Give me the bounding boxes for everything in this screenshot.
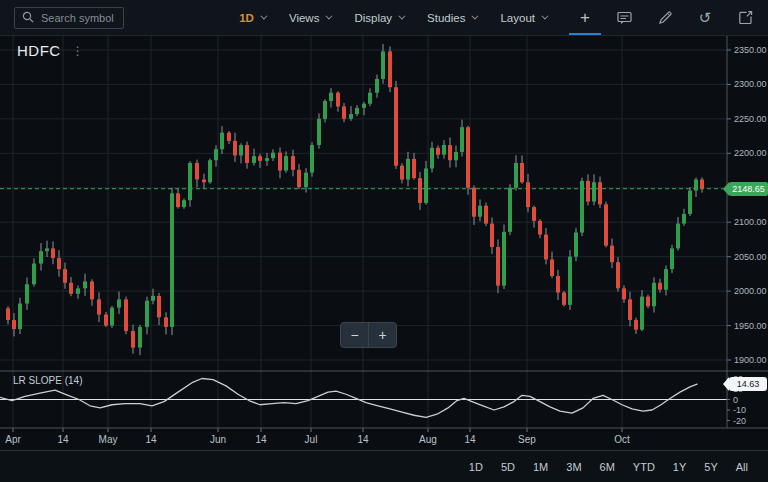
range-switcher: 1D 5D 1M 3M 6M YTD 1Y 5Y All — [0, 450, 768, 482]
svg-text:Aug: Aug — [419, 434, 437, 445]
svg-text:Sep: Sep — [518, 434, 536, 445]
indicator-label[interactable]: LR SLOPE (14) — [13, 375, 82, 386]
axis-layer[interactable]: Apr14May14Jun14Jul14Aug14SepOct2350.0023… — [0, 36, 768, 445]
price-chart-canvas[interactable]: Apr14May14Jun14Jul14Aug14SepOct2350.0023… — [0, 36, 768, 450]
svg-text:1900.00: 1900.00 — [734, 355, 767, 365]
svg-text:Apr: Apr — [5, 434, 21, 445]
svg-text:14: 14 — [145, 434, 157, 445]
svg-text:2300.00: 2300.00 — [734, 79, 767, 89]
svg-text:1950.00: 1950.00 — [734, 321, 767, 331]
zoom-in-button[interactable]: + — [369, 323, 396, 347]
symbol-search-box[interactable] — [14, 7, 124, 29]
candles-layer — [6, 44, 704, 355]
range-button-5d[interactable]: 5D — [501, 461, 515, 473]
views-menu-label: Views — [289, 12, 319, 24]
toolbar-icon-group: + ↺ — [576, 9, 754, 27]
svg-text:14: 14 — [255, 434, 267, 445]
range-button-5y[interactable]: 5Y — [704, 461, 717, 473]
views-menu[interactable]: Views — [289, 12, 330, 24]
chart-area: Apr14May14Jun14Jul14Aug14SepOct2350.0023… — [0, 36, 768, 450]
svg-text:14: 14 — [464, 434, 476, 445]
svg-text:2200.00: 2200.00 — [734, 148, 767, 158]
symbol-kebab-menu-icon[interactable]: ⋮ — [72, 45, 84, 57]
range-button-1d[interactable]: 1D — [469, 461, 483, 473]
studies-menu-label: Studies — [427, 12, 465, 24]
top-toolbar: 1D Views Display Studies Layout + — [0, 0, 768, 36]
display-menu[interactable]: Display — [354, 12, 403, 24]
timeframe-menu[interactable]: 1D — [239, 12, 265, 24]
svg-text:Oct: Oct — [614, 434, 630, 445]
zoom-out-button[interactable]: − — [341, 323, 369, 347]
chevron-down-icon — [398, 13, 405, 20]
timeframe-menu-label: 1D — [239, 12, 254, 24]
indicator-value-badge: 14.63 — [729, 377, 767, 391]
svg-text:-20: -20 — [733, 416, 746, 426]
draw-pencil-icon[interactable] — [656, 9, 674, 27]
layout-menu-label: Layout — [500, 12, 535, 24]
range-button-1y[interactable]: 1Y — [673, 461, 686, 473]
range-button-1m[interactable]: 1M — [533, 461, 548, 473]
display-menu-label: Display — [354, 12, 392, 24]
range-button-ytd[interactable]: YTD — [633, 461, 655, 473]
search-icon — [22, 9, 34, 27]
chevron-down-icon — [472, 13, 479, 20]
svg-text:Jun: Jun — [210, 434, 226, 445]
studies-menu[interactable]: Studies — [427, 12, 476, 24]
svg-text:0: 0 — [733, 395, 738, 405]
svg-text:Jul: Jul — [305, 434, 318, 445]
share-icon[interactable] — [736, 9, 754, 27]
layout-menu[interactable]: Layout — [500, 12, 546, 24]
chevron-down-icon — [260, 13, 267, 20]
svg-text:2000.00: 2000.00 — [734, 286, 767, 296]
range-button-all[interactable]: All — [736, 461, 748, 473]
last-price-badge: 2148.65 — [729, 182, 768, 196]
chevron-down-icon — [541, 13, 548, 20]
svg-text:2100.00: 2100.00 — [734, 217, 767, 227]
range-button-6m[interactable]: 6M — [600, 461, 615, 473]
chevron-down-icon — [326, 13, 333, 20]
refresh-icon[interactable]: ↺ — [696, 9, 714, 27]
svg-text:2350.00: 2350.00 — [734, 45, 767, 55]
svg-text:-10: -10 — [733, 405, 746, 415]
chart-zoom-control: − + — [340, 322, 397, 348]
svg-text:May: May — [99, 434, 118, 445]
svg-text:14: 14 — [57, 434, 69, 445]
symbol-label: HDFC — [17, 42, 61, 59]
svg-text:2250.00: 2250.00 — [734, 114, 767, 124]
svg-text:14: 14 — [357, 434, 369, 445]
search-input[interactable] — [41, 12, 121, 24]
grid-layer — [0, 36, 727, 428]
range-button-3m[interactable]: 3M — [566, 461, 581, 473]
svg-text:2050.00: 2050.00 — [734, 252, 767, 262]
add-plus-icon[interactable]: + — [576, 9, 594, 27]
comment-icon[interactable] — [616, 9, 634, 27]
